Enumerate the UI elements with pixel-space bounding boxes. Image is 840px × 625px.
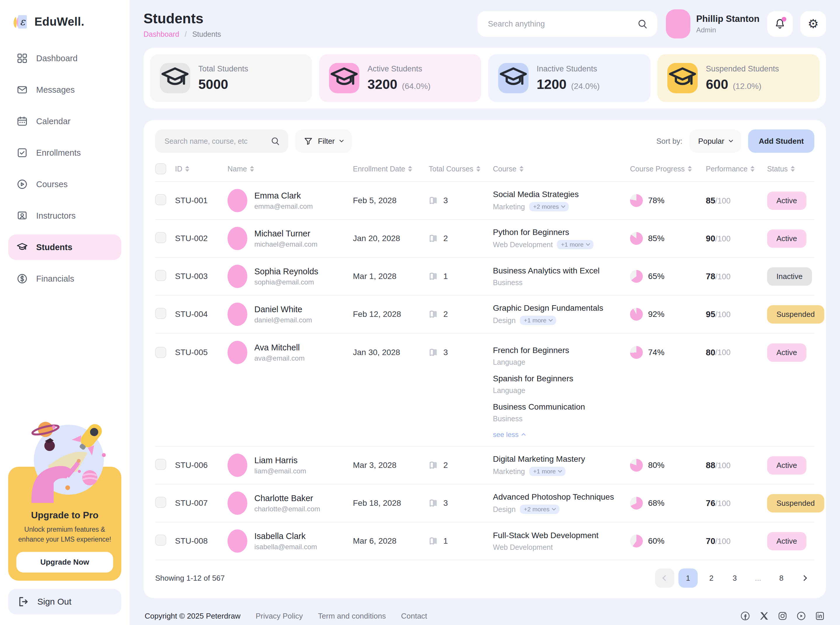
avatar [228, 491, 247, 515]
course-entry: Advanced Photoshop TechniquesDesign+2 mo… [493, 492, 630, 514]
grad-cap-icon [160, 63, 190, 93]
table-row[interactable]: STU-005 Ava Mitchell ava@email.com Jan 3… [155, 333, 814, 446]
col-header-course-progress[interactable]: Course Progress [630, 165, 706, 173]
add-student-button[interactable]: Add Student [748, 129, 814, 153]
sort-arrows-icon [408, 166, 412, 172]
sidebar-item-courses[interactable]: Courses [8, 171, 122, 197]
table-row[interactable]: STU-004 Daniel White daniel@email.com Fe… [155, 295, 814, 333]
row-checkbox[interactable] [155, 270, 166, 281]
more-courses-pill[interactable]: +2 mores [529, 202, 569, 211]
x-icon[interactable] [759, 611, 769, 621]
page-button-1[interactable]: 1 [678, 569, 698, 588]
student-id: STU-005 [175, 336, 228, 369]
table-row[interactable]: STU-008 Isabella Clark isabella@email.co… [155, 522, 814, 560]
page-button-2[interactable]: 2 [702, 569, 721, 588]
course-title: Spanish for Beginners [493, 374, 630, 383]
see-less-link[interactable]: see less [493, 431, 525, 439]
contact-link[interactable]: Contact [401, 612, 427, 620]
course-category: Design [493, 316, 516, 325]
student-id: STU-008 [175, 536, 228, 546]
table-search-input[interactable] [163, 137, 266, 146]
row-checkbox[interactable] [155, 497, 166, 508]
col-header-course[interactable]: Course [493, 165, 630, 173]
student-email: isabella@email.com [254, 543, 317, 551]
page-button-3[interactable]: 3 [725, 569, 744, 588]
footer: Copyright © 2025 Peterdraw Privacy Polic… [143, 606, 826, 625]
col-header-enrollment-date[interactable]: Enrollment Date [353, 165, 429, 173]
check-square-icon [16, 147, 28, 159]
row-checkbox[interactable] [155, 535, 166, 546]
breadcrumb-dashboard[interactable]: Dashboard [143, 30, 179, 38]
youtube-icon[interactable] [796, 611, 806, 621]
notification-dot [782, 17, 786, 22]
row-checkbox[interactable] [155, 232, 166, 243]
sidebar-item-enrollments[interactable]: Enrollments [8, 140, 122, 166]
sidebar-item-calendar[interactable]: Calendar [8, 109, 122, 134]
user-profile[interactable]: Phillip Stanton Admin [666, 9, 759, 39]
page-title: Students [143, 11, 221, 26]
col-header-name[interactable]: Name [228, 165, 353, 173]
notifications-button[interactable] [767, 11, 793, 37]
student-id: STU-002 [175, 234, 228, 243]
stat-value: 5000 [198, 76, 248, 92]
more-courses-pill[interactable]: +1 more [529, 467, 566, 476]
row-checkbox[interactable] [155, 347, 166, 358]
sidebar: ε EduWell. Dashboard Messages Calendar E… [0, 0, 129, 625]
global-search-input[interactable] [487, 19, 631, 29]
settings-button[interactable]: ⚙ [800, 11, 826, 37]
sort-value: Popular [698, 137, 725, 146]
sort-select[interactable]: Popular [689, 129, 742, 153]
terms-link[interactable]: Term and conditions [318, 612, 386, 620]
avatar [228, 189, 247, 212]
col-header-performance[interactable]: Performance [706, 165, 767, 173]
breadcrumb: Dashboard / Students [143, 30, 221, 39]
next-page-button[interactable] [795, 569, 814, 588]
col-header-total-courses[interactable]: Total Courses [429, 165, 493, 173]
upgrade-illustration [16, 418, 113, 503]
filter-button[interactable]: Filter [295, 129, 352, 153]
row-checkbox[interactable] [155, 194, 166, 205]
row-checkbox[interactable] [155, 308, 166, 319]
progress-percent: 78% [648, 196, 664, 205]
course-category: Marketing [493, 203, 525, 211]
filter-label: Filter [318, 137, 335, 146]
upgrade-now-button[interactable]: Upgrade Now [16, 552, 113, 572]
sign-out-button[interactable]: Sign Out [8, 589, 122, 614]
table-search-icon [271, 137, 280, 146]
sidebar-item-dashboard[interactable]: Dashboard [8, 45, 122, 71]
avatar [228, 454, 247, 477]
col-header-status[interactable]: Status [767, 165, 814, 173]
stat-card-suspended-students: Suspended Students 600 (12.0%) [658, 54, 820, 102]
instagram-icon[interactable] [778, 611, 787, 621]
course-list: Advanced Photoshop TechniquesDesign+2 mo… [493, 492, 630, 514]
page-button-8[interactable]: 8 [772, 569, 791, 588]
course-title: Business Analytics with Excel [493, 266, 630, 275]
book-icon [429, 460, 439, 470]
table-row[interactable]: STU-002 Michael Turner michael@email.com… [155, 220, 814, 258]
table-row[interactable]: STU-007 Charlotte Baker charlotte@email.… [155, 485, 814, 522]
sidebar-item-students[interactable]: Students [8, 235, 122, 260]
linkedin-icon[interactable] [815, 611, 825, 621]
chevron-down-icon [552, 506, 556, 510]
prev-page-button[interactable] [655, 569, 674, 588]
facebook-icon[interactable] [740, 611, 750, 621]
sidebar-item-messages[interactable]: Messages [8, 77, 122, 103]
more-courses-pill[interactable]: +2 mores [520, 505, 559, 514]
more-courses-pill[interactable]: +1 more [557, 240, 594, 249]
privacy-policy-link[interactable]: Privacy Policy [256, 612, 303, 620]
sidebar-item-label: Instructors [36, 211, 76, 221]
row-checkbox[interactable] [155, 459, 166, 470]
col-header-id[interactable]: ID [175, 165, 228, 173]
enrollment-date: Feb 5, 2028 [353, 196, 429, 205]
calendar-icon [16, 115, 28, 127]
table-row[interactable]: STU-006 Liam Harris liam@email.com Mar 3… [155, 446, 814, 485]
student-name: Michael Turner [254, 229, 317, 238]
brand-logo: ε EduWell. [12, 13, 118, 30]
total-courses: 1 [443, 272, 448, 281]
table-row[interactable]: STU-001 Emma Clark emma@email.com Feb 5,… [155, 182, 814, 220]
more-courses-pill[interactable]: +1 more [520, 316, 556, 325]
sidebar-item-instructors[interactable]: Instructors [8, 203, 122, 229]
sidebar-item-financials[interactable]: Financials [8, 266, 122, 292]
table-row[interactable]: STU-003 Sophia Reynolds sophia@email.com… [155, 258, 814, 295]
select-all-checkbox[interactable] [155, 163, 166, 174]
